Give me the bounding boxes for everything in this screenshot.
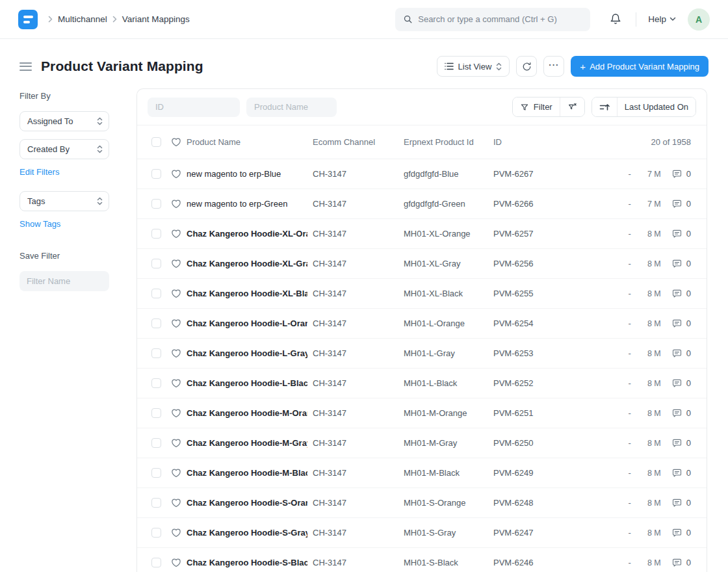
table-row[interactable]: Chaz Kangeroo Hoodie-L-Gray CH-3147 MH01… bbox=[137, 339, 707, 369]
comment-count[interactable]: 0 bbox=[671, 468, 691, 478]
column-header-product-name[interactable]: Product Name bbox=[187, 137, 313, 147]
table-row[interactable]: Chaz Kangeroo Hoodie-XL-Orange CH-3147 M… bbox=[137, 219, 707, 249]
product-name-cell[interactable]: new magento to erp-Blue bbox=[187, 169, 307, 179]
notifications-bell-icon[interactable] bbox=[610, 13, 621, 25]
comment-count[interactable]: 0 bbox=[671, 229, 691, 239]
product-name-cell[interactable]: Chaz Kangeroo Hoodie-XL-Orange bbox=[187, 229, 307, 239]
comment-count[interactable]: 0 bbox=[671, 199, 691, 209]
like-heart-icon[interactable] bbox=[171, 199, 187, 209]
row-checkbox[interactable] bbox=[151, 408, 161, 418]
comment-count[interactable]: 0 bbox=[671, 259, 691, 269]
like-heart-icon[interactable] bbox=[171, 348, 187, 358]
row-checkbox[interactable] bbox=[151, 558, 161, 567]
table-row[interactable]: new magento to erp-Blue CH-3147 gfdgdfgf… bbox=[137, 159, 707, 189]
avatar[interactable]: A bbox=[688, 8, 710, 31]
search-input[interactable] bbox=[418, 14, 582, 24]
table-row[interactable]: Chaz Kangeroo Hoodie-S-Gray CH-3147 MH01… bbox=[137, 518, 707, 548]
comment-count[interactable]: 0 bbox=[671, 318, 691, 329]
comment-count[interactable]: 0 bbox=[671, 378, 691, 389]
product-name-cell[interactable]: Chaz Kangeroo Hoodie-M-Gray bbox=[187, 438, 307, 448]
row-checkbox[interactable] bbox=[151, 259, 161, 268]
like-heart-icon[interactable] bbox=[171, 438, 187, 448]
created-by-select[interactable]: Created By bbox=[20, 139, 109, 159]
product-name-cell[interactable]: Chaz Kangeroo Hoodie-S-Black bbox=[187, 558, 307, 567]
like-heart-icon[interactable] bbox=[171, 318, 187, 328]
comment-count[interactable]: 0 bbox=[671, 558, 691, 568]
like-heart-icon[interactable] bbox=[171, 169, 187, 179]
sort-field-button[interactable]: Last Updated On bbox=[617, 98, 696, 116]
product-name-cell[interactable]: Chaz Kangeroo Hoodie-L-Orange bbox=[187, 318, 307, 328]
column-header-ecomm-channel[interactable]: Ecomm Channel bbox=[313, 137, 404, 147]
table-row[interactable]: Chaz Kangeroo Hoodie-L-Orange CH-3147 MH… bbox=[137, 309, 707, 339]
row-checkbox[interactable] bbox=[151, 199, 161, 209]
product-name-cell[interactable]: Chaz Kangeroo Hoodie-M-Orange bbox=[187, 408, 307, 418]
show-tags-link[interactable]: Show Tags bbox=[20, 219, 60, 229]
product-name-cell[interactable]: Chaz Kangeroo Hoodie-L-Black bbox=[187, 378, 307, 388]
breadcrumb-item-variant-mappings[interactable]: Variant Mappings bbox=[122, 14, 190, 24]
comment-count[interactable]: 0 bbox=[671, 528, 691, 538]
filter-name-input[interactable] bbox=[20, 271, 109, 291]
table-row[interactable]: Chaz Kangeroo Hoodie-M-Black CH-3147 MH0… bbox=[137, 458, 707, 488]
like-heart-icon[interactable] bbox=[171, 498, 187, 508]
product-name-cell[interactable]: Chaz Kangeroo Hoodie-M-Black bbox=[187, 468, 307, 478]
view-switcher-button[interactable]: List View bbox=[437, 56, 510, 77]
sort-direction-button[interactable] bbox=[592, 98, 617, 116]
column-header-id[interactable]: ID bbox=[493, 137, 651, 147]
table-row[interactable]: Chaz Kangeroo Hoodie-S-Orange CH-3147 MH… bbox=[137, 488, 707, 518]
more-options-button[interactable]: ··· bbox=[543, 56, 564, 77]
like-heart-icon[interactable] bbox=[171, 259, 187, 268]
comment-count[interactable]: 0 bbox=[671, 498, 691, 508]
like-heart-icon[interactable] bbox=[171, 229, 187, 239]
table-row[interactable]: new magento to erp-Green CH-3147 gfdgdfg… bbox=[137, 189, 707, 219]
row-checkbox[interactable] bbox=[151, 438, 161, 448]
product-name-cell[interactable]: Chaz Kangeroo Hoodie-L-Gray bbox=[187, 348, 307, 358]
row-checkbox[interactable] bbox=[151, 348, 161, 358]
row-checkbox[interactable] bbox=[151, 229, 161, 239]
row-checkbox[interactable] bbox=[151, 318, 161, 328]
comment-count[interactable]: 0 bbox=[671, 438, 691, 448]
comment-count[interactable]: 0 bbox=[671, 289, 691, 299]
row-checkbox[interactable] bbox=[151, 378, 161, 388]
product-name-cell[interactable]: Chaz Kangeroo Hoodie-S-Gray bbox=[187, 528, 307, 538]
like-heart-icon[interactable] bbox=[171, 408, 187, 418]
row-checkbox[interactable] bbox=[151, 498, 161, 508]
id-filter-input[interactable] bbox=[148, 98, 240, 117]
row-checkbox[interactable] bbox=[151, 169, 161, 179]
product-name-cell[interactable]: Chaz Kangeroo Hoodie-S-Orange bbox=[187, 498, 307, 508]
like-heart-icon[interactable] bbox=[171, 558, 187, 567]
table-row[interactable]: Chaz Kangeroo Hoodie-L-Black CH-3147 MH0… bbox=[137, 369, 707, 398]
row-checkbox[interactable] bbox=[151, 528, 161, 538]
column-header-erpnext-product-id[interactable]: Erpnext Product Id bbox=[404, 137, 493, 147]
comment-count[interactable]: 0 bbox=[671, 348, 691, 359]
app-logo-icon[interactable] bbox=[18, 10, 38, 29]
table-row[interactable]: Chaz Kangeroo Hoodie-M-Gray CH-3147 MH01… bbox=[137, 428, 707, 458]
help-menu[interactable]: Help bbox=[648, 14, 676, 24]
add-product-variant-mapping-button[interactable]: + Add Product Variant Mapping bbox=[571, 56, 708, 77]
filter-button[interactable]: Filter bbox=[513, 98, 560, 116]
breadcrumb-item-multichannel[interactable]: Multichannel bbox=[58, 14, 107, 24]
edit-filters-link[interactable]: Edit Filters bbox=[20, 167, 59, 177]
row-checkbox[interactable] bbox=[151, 468, 161, 478]
sidebar-toggle-icon[interactable] bbox=[20, 60, 32, 73]
like-heart-icon[interactable] bbox=[171, 468, 187, 478]
like-heart-icon[interactable] bbox=[171, 289, 187, 298]
clear-filter-button[interactable] bbox=[560, 98, 584, 116]
global-search[interactable] bbox=[395, 8, 590, 31]
table-row[interactable]: Chaz Kangeroo Hoodie-M-Orange CH-3147 MH… bbox=[137, 398, 707, 428]
tags-select[interactable]: Tags bbox=[20, 191, 109, 211]
comment-count[interactable]: 0 bbox=[671, 408, 691, 419]
table-row[interactable]: Chaz Kangeroo Hoodie-XL-Gray CH-3147 MH0… bbox=[137, 249, 707, 279]
select-all-checkbox[interactable] bbox=[151, 137, 161, 147]
like-filter-heart-icon[interactable] bbox=[171, 137, 187, 147]
product-name-filter-input[interactable] bbox=[246, 98, 337, 117]
table-row[interactable]: Chaz Kangeroo Hoodie-XL-Black CH-3147 MH… bbox=[137, 279, 707, 309]
like-heart-icon[interactable] bbox=[171, 528, 187, 538]
comment-count[interactable]: 0 bbox=[671, 169, 691, 179]
product-name-cell[interactable]: Chaz Kangeroo Hoodie-XL-Black bbox=[187, 289, 307, 298]
product-name-cell[interactable]: new magento to erp-Green bbox=[187, 199, 307, 209]
row-checkbox[interactable] bbox=[151, 289, 161, 298]
refresh-button[interactable] bbox=[516, 56, 537, 77]
assigned-to-select[interactable]: Assigned To bbox=[20, 111, 109, 131]
like-heart-icon[interactable] bbox=[171, 378, 187, 388]
product-name-cell[interactable]: Chaz Kangeroo Hoodie-XL-Gray bbox=[187, 259, 307, 268]
